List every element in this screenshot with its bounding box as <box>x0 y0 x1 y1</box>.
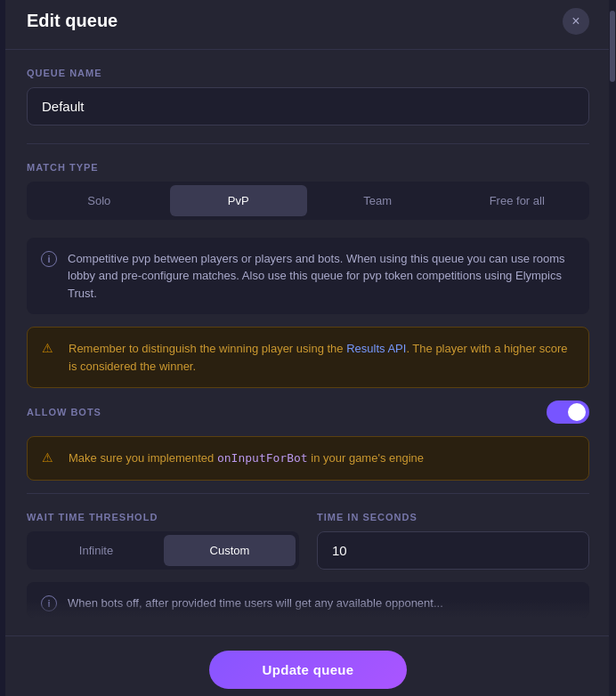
modal-title: Edit queue <box>27 11 118 31</box>
scrollbar-thumb[interactable] <box>610 11 615 82</box>
tab-solo[interactable]: Solo <box>30 185 168 216</box>
modal-header: Edit queue × <box>5 0 611 50</box>
hint-info-icon: i <box>41 595 57 611</box>
tab-pvp[interactable]: PvP <box>170 185 308 216</box>
pvp-info-box: i Competitive pvp between players or pla… <box>27 238 589 315</box>
bots-warning: ⚠ Make sure you implemented onInputForBo… <box>27 436 589 481</box>
scrollbar-track[interactable] <box>609 0 616 696</box>
divider-1 <box>27 143 589 144</box>
update-btn-row: Update queue <box>5 635 611 697</box>
match-type-label: MATCH TYPE <box>27 162 589 173</box>
close-button[interactable]: × <box>563 8 589 35</box>
tab-free-for-all[interactable]: Free for all <box>449 185 587 216</box>
time-seconds-input[interactable] <box>317 531 589 570</box>
edit-queue-modal: Edit queue × QUEUE NAME MATCH TYPE Solo … <box>5 0 611 696</box>
bots-warning-after: in your game's engine <box>308 451 424 465</box>
match-type-section: MATCH TYPE Solo PvP Team Free for all <box>27 162 589 220</box>
tab-infinite[interactable]: Infinite <box>30 535 162 566</box>
allow-bots-row: ALLOW BOTS <box>27 401 589 424</box>
queue-name-input[interactable] <box>27 87 589 125</box>
divider-2 <box>27 493 589 494</box>
threshold-left: WAIT TIME THRESHOLD Infinite Custom <box>27 512 299 570</box>
tab-team[interactable]: Team <box>309 185 447 216</box>
warning-icon-api: ⚠ <box>42 341 58 357</box>
bots-warning-code: onInputForBot <box>217 451 308 465</box>
queue-name-section: QUEUE NAME <box>27 68 589 125</box>
hint-text: When bots off, after provided time users… <box>68 595 443 612</box>
allow-bots-toggle[interactable] <box>547 401 589 424</box>
match-type-tabs: Solo PvP Team Free for all <box>27 182 589 220</box>
modal-overlay: Edit queue × QUEUE NAME MATCH TYPE Solo … <box>0 0 616 696</box>
modal-body: QUEUE NAME MATCH TYPE Solo PvP Team Free… <box>5 50 611 635</box>
bots-warning-text: Make sure you implemented onInputForBot … <box>69 449 424 467</box>
wait-time-label: WAIT TIME THRESHOLD <box>27 512 299 522</box>
update-queue-button[interactable]: Update queue <box>209 651 408 689</box>
info-icon: i <box>41 251 57 267</box>
bottom-hint-box: i When bots off, after provided time use… <box>27 582 589 618</box>
bots-warning-before: Make sure you implemented <box>69 451 217 465</box>
wait-time-tabs: Infinite Custom <box>27 531 299 570</box>
results-api-warning: ⚠ Remember to distinguish the winning pl… <box>27 327 589 388</box>
results-api-text-before: Remember to distinguish the winning play… <box>69 342 346 355</box>
results-api-text: Remember to distinguish the winning play… <box>69 340 574 375</box>
allow-bots-label: ALLOW BOTS <box>27 407 101 417</box>
results-api-link[interactable]: Results API <box>346 342 406 355</box>
tab-custom[interactable]: Custom <box>164 535 296 566</box>
pvp-info-text: Competitive pvp between players or playe… <box>68 250 575 303</box>
threshold-row: WAIT TIME THRESHOLD Infinite Custom TIME… <box>27 512 589 570</box>
queue-name-label: QUEUE NAME <box>27 68 589 78</box>
time-seconds-label: TIME IN SECONDS <box>317 512 589 522</box>
threshold-right: TIME IN SECONDS <box>317 512 589 570</box>
warning-icon-bots: ⚠ <box>42 450 58 466</box>
